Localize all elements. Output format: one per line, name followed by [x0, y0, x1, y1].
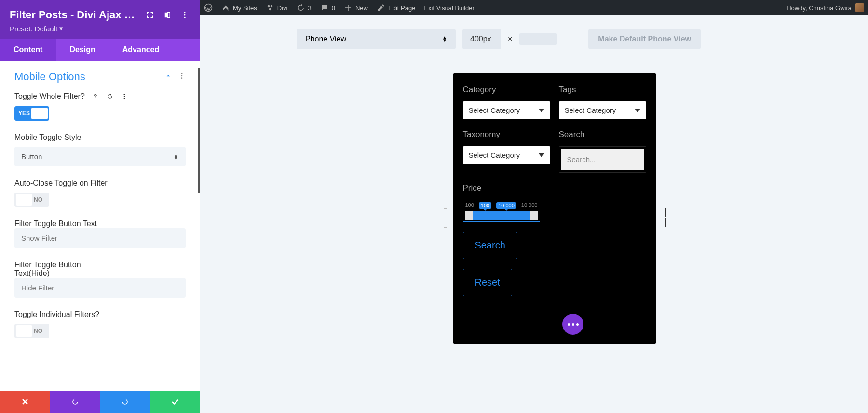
- panel-body: Mobile Options Toggle Whole Filter? ? YE…: [0, 61, 200, 391]
- preview-stage: Phone View ▲▼ 400px × Make Default Phone…: [200, 15, 868, 413]
- chevron-down-icon: [539, 153, 544, 157]
- panel-header: Filter Posts - Divi Ajax Filter... Prese…: [0, 0, 200, 39]
- toggle-whole-filter[interactable]: YES: [14, 106, 49, 121]
- height-input[interactable]: [519, 33, 557, 45]
- svg-point-14: [124, 96, 125, 97]
- search-label: Search: [559, 130, 646, 139]
- svg-point-7: [184, 14, 186, 16]
- svg-point-1: [268, 5, 270, 8]
- toggle-autoclose[interactable]: NO: [14, 193, 49, 207]
- svg-point-11: [181, 77, 183, 79]
- save-button[interactable]: [150, 391, 200, 413]
- expand-icon[interactable]: [144, 9, 156, 21]
- responsive-hud: Phone View ▲▼ 400px × Make Default Phone…: [200, 15, 868, 49]
- tags-label: Tags: [559, 85, 646, 95]
- label-autoclose: Auto-Close Toggle on Filter: [14, 179, 186, 188]
- wp-admin-bar: My Sites Divi 3 0 New Edit Page Exit Vis…: [200, 0, 868, 15]
- svg-point-6: [184, 12, 186, 13]
- make-default-button[interactable]: Make Default Phone View: [588, 29, 701, 49]
- redo-button[interactable]: [100, 391, 150, 413]
- updown-icon: ▲▼: [442, 36, 447, 42]
- view-selector[interactable]: Phone View ▲▼: [297, 29, 456, 49]
- price-slider[interactable]: 100 100 10 000 10 000: [463, 200, 540, 222]
- svg-point-10: [181, 75, 183, 77]
- svg-point-9: [181, 73, 183, 74]
- field-more-icon[interactable]: [120, 92, 129, 101]
- category-label: Category: [463, 85, 550, 95]
- chevron-down-icon: [539, 109, 544, 112]
- panel-actions: [0, 391, 200, 413]
- mobile-toggle-style-select[interactable]: Button ▲▼: [14, 147, 186, 166]
- svg-rect-5: [168, 13, 170, 18]
- my-sites-link[interactable]: My Sites: [221, 3, 257, 12]
- price-max-out: 10 000: [521, 202, 538, 209]
- price-min-out: 100: [465, 202, 474, 209]
- new-content-link[interactable]: New: [344, 3, 368, 12]
- price-max-in: 10 000: [496, 202, 516, 209]
- filter-search-button[interactable]: Search: [463, 232, 517, 259]
- tags-select[interactable]: Select Category: [559, 101, 646, 119]
- exit-visual-builder-link[interactable]: Exit Visual Builder: [424, 4, 475, 12]
- panel-more-icon[interactable]: [179, 9, 190, 21]
- module-options-fab[interactable]: [562, 314, 583, 335]
- filter-reset-button[interactable]: Reset: [463, 269, 512, 296]
- ruler-right[interactable]: [665, 208, 666, 227]
- tab-design[interactable]: Design: [56, 39, 108, 61]
- tab-content[interactable]: Content: [0, 39, 56, 61]
- section-title[interactable]: Mobile Options: [14, 70, 85, 83]
- comments-link[interactable]: 0: [320, 3, 335, 12]
- undo-button[interactable]: [50, 391, 100, 413]
- edit-page-link[interactable]: Edit Page: [377, 3, 415, 12]
- site-name-link[interactable]: Divi: [266, 3, 288, 12]
- dimension-x: ×: [508, 35, 512, 43]
- input-filter-button-text[interactable]: [14, 228, 186, 248]
- label-button-text-hide: Filter Toggle Button Text(Hide): [14, 261, 92, 278]
- reset-icon[interactable]: [105, 92, 115, 101]
- svg-rect-4: [165, 13, 167, 18]
- svg-point-3: [269, 8, 271, 11]
- taxonomy-label: Taxonomy: [463, 130, 550, 139]
- svg-point-8: [184, 17, 186, 18]
- svg-point-2: [271, 5, 273, 8]
- updates-link[interactable]: 3: [297, 3, 312, 12]
- width-input[interactable]: 400px: [462, 29, 501, 49]
- label-toggle-individual: Toggle Individual Filters?: [14, 310, 186, 319]
- section-more-icon[interactable]: [178, 72, 186, 82]
- label-toggle-whole: Toggle Whole Filter?: [14, 92, 85, 101]
- howdy-label[interactable]: Howdy, Christina Gwira: [787, 4, 852, 12]
- panel-tabs: Content Design Advanced: [0, 39, 200, 61]
- price-label: Price: [463, 183, 646, 193]
- preset-selector[interactable]: Preset: Default▾: [10, 24, 190, 33]
- svg-point-15: [124, 98, 125, 99]
- chevron-down-icon: [635, 109, 640, 112]
- panel-title: Filter Posts - Divi Ajax Filter...: [10, 9, 138, 21]
- svg-text:?: ?: [94, 93, 97, 100]
- avatar[interactable]: [855, 3, 864, 12]
- cancel-button[interactable]: [0, 391, 50, 413]
- updown-icon: ▲▼: [173, 154, 179, 160]
- taxonomy-select[interactable]: Select Category: [463, 146, 550, 164]
- price-min-in: 100: [479, 202, 491, 209]
- phone-preview: Category Select Category Tags Select Cat…: [453, 73, 656, 344]
- module-settings-panel: Filter Posts - Divi Ajax Filter... Prese…: [0, 0, 200, 413]
- label-mobile-style: Mobile Toggle Style: [14, 133, 186, 142]
- tab-advanced[interactable]: Advanced: [109, 39, 173, 61]
- chevron-down-icon: ▾: [59, 24, 63, 33]
- search-input[interactable]: Search...: [561, 149, 644, 170]
- label-button-text: Filter Toggle Button Text: [14, 220, 186, 228]
- wp-logo-icon[interactable]: [204, 3, 213, 12]
- toggle-individual-filters[interactable]: NO: [14, 324, 49, 338]
- input-filter-button-text-hide[interactable]: [14, 278, 186, 298]
- help-icon[interactable]: ?: [91, 92, 100, 101]
- collapse-icon[interactable]: [164, 72, 172, 82]
- ruler-left[interactable]: [444, 208, 447, 228]
- category-select[interactable]: Select Category: [463, 101, 550, 119]
- snap-icon[interactable]: [162, 9, 173, 21]
- svg-point-13: [124, 94, 125, 95]
